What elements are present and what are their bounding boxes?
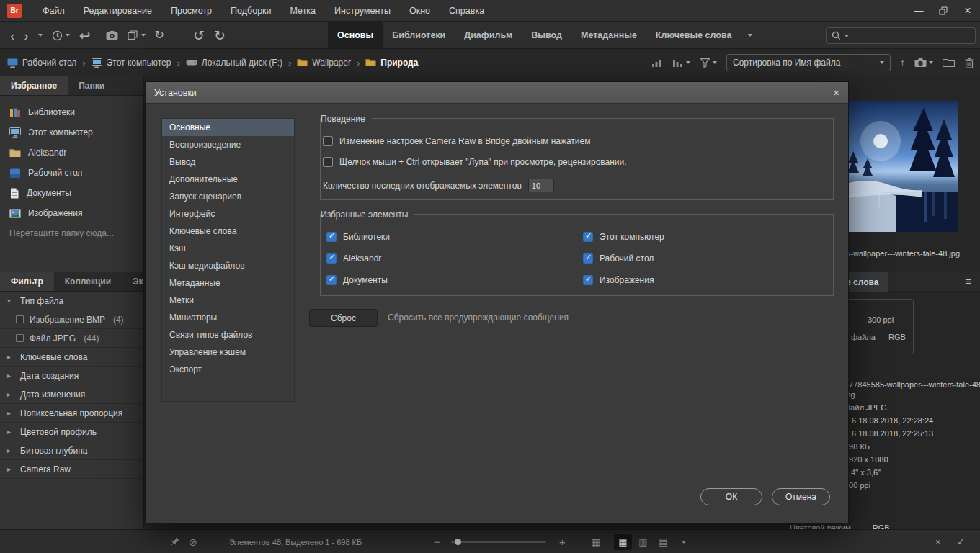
filter-option-jpeg[interactable]: Файл JPEG (44) [0, 329, 143, 348]
preview-image[interactable] [843, 101, 958, 232]
view-list-button[interactable]: ▤ [654, 534, 672, 550]
filter-group-aspect-ratio[interactable]: ▸ Попиксельная пропорция [0, 404, 143, 423]
menu-view[interactable]: Просмотр [161, 0, 221, 21]
menu-edit[interactable]: Редактирование [74, 0, 161, 21]
dialog-close-button[interactable]: × [833, 86, 839, 99]
ctrl-click-loupe-option[interactable]: Щелчок мыши + Ctrl открывает "Лупа" при … [323, 157, 627, 167]
workspace-tab-metadata[interactable]: Метаданные [571, 22, 646, 48]
camera-raw-double-click-option[interactable]: Изменение настроек Camera Raw в Bridge д… [323, 136, 591, 146]
search-input[interactable] [852, 31, 970, 41]
thumbnail-size-slider[interactable] [451, 541, 546, 543]
back-button[interactable]: ‹ [10, 29, 14, 42]
filter-group-file-type[interactable]: ▾ Тип файла [0, 292, 143, 310]
slider-knob[interactable] [455, 539, 461, 545]
section-startup-scripts[interactable]: Запуск сценариев [162, 188, 294, 205]
filter-option-bmp[interactable]: Изображение BMP (4) [0, 310, 143, 329]
menu-window[interactable]: Окно [400, 0, 440, 21]
breadcrumb-local-disk-f[interactable]: Локальный диск (F:) [186, 58, 282, 68]
section-export[interactable]: Экспорт [162, 361, 294, 378]
open-recent-file-button[interactable] [128, 30, 146, 40]
section-metadata[interactable]: Метаданные [162, 274, 294, 292]
search-scope-chevron-icon[interactable] [845, 35, 849, 37]
breadcrumb-wallpaper[interactable]: Wallpaper [297, 58, 351, 68]
ok-button[interactable]: ОК [700, 488, 762, 505]
zoom-out-button[interactable]: − [434, 530, 440, 553]
recent-history-button[interactable] [52, 30, 70, 41]
filter-group-color-profile[interactable]: ▸ Цветовой профиль [0, 423, 143, 441]
section-playback[interactable]: Воспроизведение [162, 136, 294, 153]
section-labels[interactable]: Метки [162, 292, 294, 309]
section-output[interactable]: Вывод [162, 153, 294, 171]
get-photos-button[interactable] [106, 30, 118, 40]
favorites-item-aleksandr[interactable]: Aleksandr [0, 143, 143, 163]
recent-items-input[interactable] [528, 179, 554, 192]
close-window-button[interactable]: × [956, 0, 980, 21]
refresh-button[interactable]: ↻ [155, 30, 164, 41]
breadcrumb-desktop[interactable]: Рабочий стол [7, 58, 76, 68]
cancel-button[interactable]: Отмена [772, 488, 830, 505]
section-thumbnails[interactable]: Миниатюры [162, 309, 294, 326]
workspace-more-chevron[interactable] [741, 22, 760, 48]
favorites-item-desktop[interactable]: Рабочий стол [0, 163, 143, 183]
tab-collections[interactable]: Коллекции [54, 272, 122, 291]
reject-button[interactable]: ⊘ [189, 530, 197, 553]
workspace-tab-filmstrip[interactable]: Диафильм [455, 22, 522, 48]
menu-help[interactable]: Справка [440, 0, 494, 21]
filter-items-button[interactable] [700, 58, 717, 68]
menu-tools[interactable]: Инструменты [325, 0, 400, 21]
workspace-tab-essentials[interactable]: Основы [328, 22, 383, 48]
breadcrumb-this-pc[interactable]: Этот компьютер [92, 58, 172, 68]
workspace-tab-libraries[interactable]: Библиотеки [383, 22, 455, 48]
section-general[interactable]: Основные [162, 119, 294, 136]
sort-dropdown[interactable]: Сортировка по Имя файла [726, 54, 891, 71]
section-cache[interactable]: Кэш [162, 240, 294, 257]
search-box[interactable] [826, 27, 976, 44]
section-cache-management[interactable]: Управление кэшем [162, 343, 294, 361]
view-details-button[interactable]: ▥ [634, 534, 652, 550]
rotate-right-button[interactable]: ↻ [214, 29, 226, 42]
breadcrumb-priroda[interactable]: Природа [365, 58, 418, 68]
section-keywords[interactable]: Ключевые слова [162, 222, 294, 240]
workspace-tab-keywords[interactable]: Ключевые слова [646, 22, 741, 48]
menu-file[interactable]: Файл [33, 0, 74, 21]
filter-group-date-created[interactable]: ▸ Дата создания [0, 367, 143, 385]
favorite-desktop-option[interactable]: Рабочий стол [583, 253, 654, 264]
tab-export[interactable]: Экспорт [122, 272, 144, 291]
new-folder-button[interactable] [943, 58, 955, 68]
favorites-item-documents[interactable]: Документы [0, 183, 143, 203]
favorite-documents-option[interactable]: Документы [326, 275, 388, 285]
sort-direction-button[interactable]: ↑ [900, 57, 905, 68]
menu-stacks[interactable]: Подборки [221, 0, 280, 21]
sort-descending-button[interactable] [672, 58, 690, 68]
reset-warnings-button[interactable]: Сброс [309, 309, 378, 327]
filter-group-bit-depth[interactable]: ▸ Битовая глубина [0, 441, 143, 460]
menu-label[interactable]: Метка [281, 0, 326, 21]
favorites-item-libraries[interactable]: Библиотеки [0, 102, 143, 122]
favorite-pictures-option[interactable]: Изображения [583, 275, 654, 285]
zoom-in-button[interactable]: + [559, 530, 566, 553]
camera-import-button[interactable] [914, 58, 933, 68]
filter-group-camera-raw[interactable]: ▸ Camera Raw [0, 460, 143, 479]
lock-grid-button[interactable]: ▦ [591, 530, 600, 553]
favorites-item-pictures[interactable]: Изображения [0, 203, 143, 223]
boomerang-return-button[interactable]: ↩ [79, 29, 91, 42]
filter-group-date-modified[interactable]: ▸ Дата изменения [0, 385, 143, 404]
section-interface[interactable]: Интерфейс [162, 205, 294, 222]
workspace-tab-output[interactable]: Вывод [522, 22, 571, 48]
filter-group-keywords[interactable]: ▸ Ключевые слова [0, 348, 143, 367]
tab-filter[interactable]: Фильтр [0, 272, 54, 291]
rotate-left-button[interactable]: ↺ [193, 29, 205, 42]
tab-favorites[interactable]: Избранное [0, 76, 68, 95]
delete-item-button[interactable] [964, 58, 974, 68]
section-media-cache[interactable]: Кэш медиафайлов [162, 257, 294, 274]
dialog-title-bar[interactable]: Установки × [146, 82, 848, 104]
clear-filter-button[interactable]: × [935, 530, 941, 553]
favorites-item-this-pc[interactable]: Этот компьютер [0, 122, 143, 143]
view-thumbnails-button[interactable]: ▦ [614, 534, 632, 550]
nav-history-chevron-icon[interactable] [38, 34, 43, 37]
favorite-aleksandr-option[interactable]: Aleksandr [326, 253, 381, 264]
tab-folders[interactable]: Папки [68, 76, 115, 95]
forward-button[interactable]: › [24, 29, 28, 42]
sort-ascending-button[interactable] [651, 58, 663, 68]
favorite-this-pc-option[interactable]: Этот компьютер [583, 232, 664, 242]
